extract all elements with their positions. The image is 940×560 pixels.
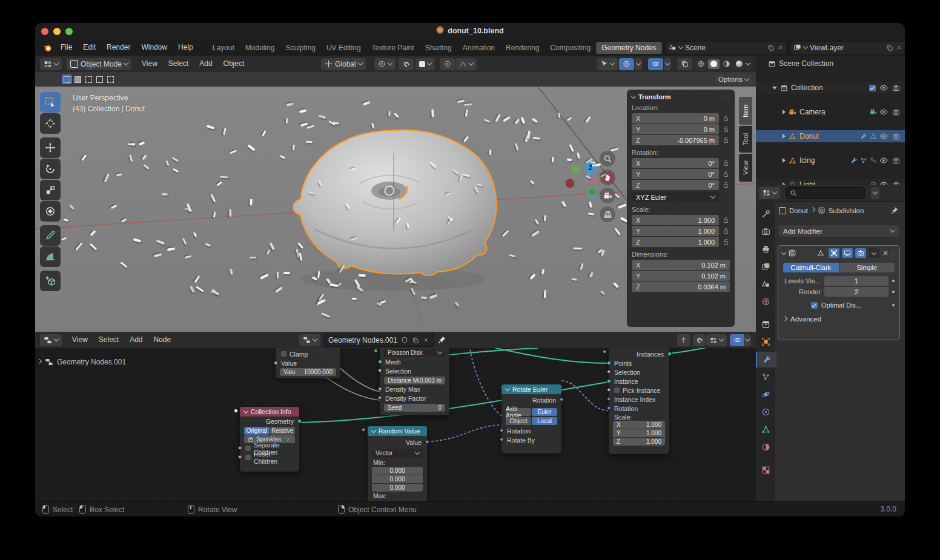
close-icon[interactable] — [423, 337, 429, 343]
snap-target-selector[interactable] — [415, 58, 435, 70]
workspace-tab-shading[interactable]: Shading — [420, 42, 457, 54]
sidebar-tab-tool[interactable]: Tool — [739, 126, 752, 153]
properties-tab-world[interactable] — [756, 294, 775, 309]
properties-tab-material[interactable] — [756, 440, 775, 455]
workspace-tab-uv-editing[interactable]: UV Editing — [321, 42, 366, 54]
min-x-field[interactable]: 0.000 — [372, 467, 423, 475]
add-modifier-button[interactable]: Add Modifier — [778, 225, 900, 237]
close-icon[interactable] — [896, 44, 902, 51]
animate-dot[interactable] — [892, 304, 895, 306]
geometry-output-socket[interactable] — [297, 419, 302, 423]
lock-icon[interactable] — [719, 159, 730, 167]
select-mode-subtract-button[interactable] — [84, 74, 94, 84]
sidebar-tab-item[interactable]: Item — [739, 97, 752, 125]
lock-icon[interactable] — [719, 238, 730, 246]
show-overlays-toggle[interactable] — [648, 58, 663, 70]
node-random-value[interactable]: Random Value Value Vector Min: 0.000 0.0… — [368, 426, 427, 501]
new-scene-icon[interactable] — [767, 44, 775, 51]
pick-instance-checkbox[interactable] — [614, 387, 620, 393]
node-collection-info[interactable]: Collection Info Geometry OriginalRelativ… — [240, 407, 299, 472]
rotation-input-socket[interactable] — [498, 428, 504, 433]
select-mode-intersect-button[interactable] — [105, 74, 116, 84]
collection-checkbox[interactable] — [869, 85, 876, 91]
instances-output-socket[interactable] — [667, 352, 672, 356]
outliner-item-label[interactable]: Scene Collection — [779, 59, 833, 68]
lock-icon[interactable] — [719, 125, 730, 133]
dimensions-y-field[interactable]: Y0.102 m — [632, 271, 730, 281]
snap-toggle[interactable] — [399, 58, 414, 70]
original-button[interactable]: Original — [244, 427, 270, 435]
tool-rotate[interactable] — [40, 159, 61, 179]
object-button[interactable]: Object — [506, 417, 531, 425]
object-visibility-selector[interactable] — [597, 58, 618, 70]
shading-options[interactable] — [746, 61, 750, 65]
workspace-tab-compositing[interactable]: Compositing — [544, 42, 596, 54]
options-button[interactable]: Options — [715, 74, 752, 85]
menu-help[interactable]: Help — [173, 39, 199, 56]
axis-angle-button[interactable]: Axis Angle — [506, 408, 531, 416]
shading-material-button[interactable] — [721, 59, 732, 69]
local-button[interactable]: Local — [532, 417, 557, 425]
modifier-edit-mode-toggle[interactable] — [829, 248, 839, 258]
subdiv-type-catmull[interactable]: Catmull-Clark — [783, 263, 839, 272]
instance-index-socket[interactable] — [606, 396, 611, 401]
location-y-field[interactable]: Y0 m — [632, 124, 719, 134]
eye-icon[interactable] — [879, 180, 888, 185]
levels-render-field[interactable]: 2 — [824, 287, 889, 297]
rotation-y-field[interactable]: Y0° — [632, 169, 719, 179]
expander-icon[interactable] — [783, 110, 786, 114]
copy-icon[interactable] — [412, 337, 419, 344]
levels-viewport-field[interactable]: 1 — [824, 276, 889, 286]
properties-search[interactable] — [786, 187, 865, 199]
modifier-realtime-toggle[interactable] — [842, 248, 853, 258]
node-rotate-euler[interactable]: Rotate Euler Rotation Axis AngleEuler Ob… — [501, 384, 561, 453]
distribute-method-dropdown[interactable]: Poisson Disk — [384, 349, 445, 357]
expander-icon[interactable] — [783, 134, 786, 139]
workspace-tab-texture-paint[interactable]: Texture Paint — [366, 42, 420, 54]
shading-rendered-button[interactable] — [733, 59, 745, 69]
properties-editor-type[interactable] — [759, 187, 780, 199]
reset-children-socket[interactable] — [237, 454, 242, 460]
workspace-tab-sculpting[interactable]: Sculpting — [280, 42, 321, 54]
lock-icon[interactable] — [719, 136, 730, 144]
pick-instance-socket[interactable] — [606, 387, 611, 392]
close-icon[interactable] — [882, 249, 889, 257]
value-field[interactable]: Valu10000.000 — [280, 368, 336, 376]
min-input-socket[interactable] — [361, 427, 366, 433]
pin-icon[interactable] — [437, 335, 446, 344]
node-snap-target[interactable] — [706, 334, 727, 346]
grip-icon[interactable]: :: — [892, 250, 896, 256]
collection-input-socket[interactable] — [234, 409, 238, 413]
seed-input-socket[interactable] — [374, 349, 378, 353]
animate-dot[interactable] — [892, 280, 895, 282]
minimize-window-button[interactable] — [53, 28, 61, 35]
node-tree-selector[interactable]: Geometry Nodes.001 — [323, 334, 434, 347]
properties-tab-constraints[interactable] — [756, 404, 775, 420]
rotation-x-field[interactable]: X0° — [632, 158, 719, 168]
min-z-field[interactable]: 0.000 — [372, 484, 423, 492]
points-input-socket[interactable] — [607, 361, 611, 365]
sidebar-tab-view[interactable]: View — [739, 154, 752, 182]
expander-icon[interactable] — [783, 158, 786, 163]
show-gizmo-toggle[interactable] — [619, 58, 634, 70]
scale-z-field[interactable]: Z1.000 — [613, 438, 665, 446]
workspace-tab-geometry-nodes[interactable]: Geometry Nodes — [596, 42, 662, 54]
menu-file[interactable]: File — [55, 39, 78, 56]
separate-children-checkbox[interactable] — [245, 446, 251, 451]
scale-z-field[interactable]: Z1.000 — [632, 237, 719, 247]
tool-scale[interactable] — [40, 180, 61, 200]
select-mode-difference-button[interactable] — [94, 74, 105, 84]
tool-annotate[interactable] — [40, 225, 61, 246]
rotation-input-socket[interactable] — [606, 405, 611, 410]
properties-tab-modifiers[interactable] — [756, 352, 776, 367]
tool-select-box[interactable] — [40, 92, 61, 113]
camera-icon[interactable] — [892, 157, 900, 165]
instance-input-socket[interactable] — [607, 379, 611, 383]
proportional-falloff-selector[interactable] — [455, 58, 477, 70]
outliner-item-label[interactable]: Icing — [799, 156, 815, 165]
optimal-display-checkbox[interactable] — [811, 302, 818, 309]
scale-y-field[interactable]: Y1.000 — [632, 226, 719, 236]
outliner-row-donut[interactable]: Donut — [756, 130, 905, 142]
selection-input-socket[interactable] — [377, 368, 382, 374]
separate-children-socket[interactable] — [237, 445, 242, 450]
